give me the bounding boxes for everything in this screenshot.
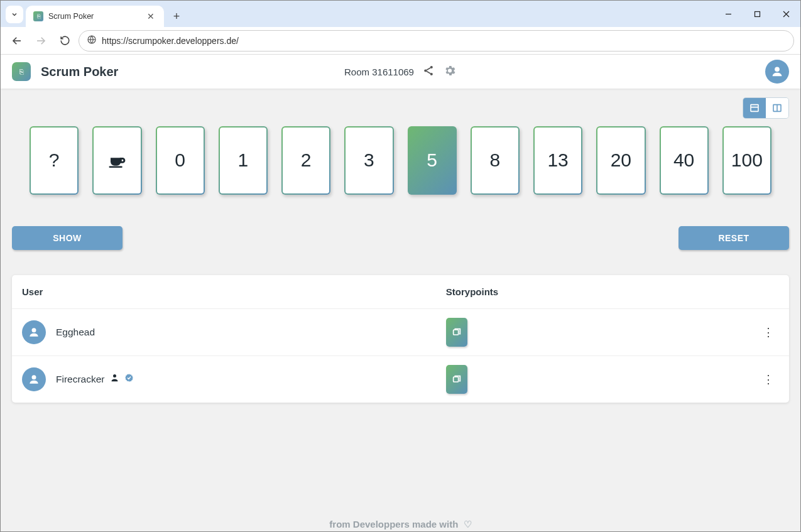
app-logo-icon[interactable]: ⎘ (12, 62, 31, 81)
view-toggle (743, 97, 789, 119)
favicon-icon: ⎘ (33, 11, 43, 21)
user-name: Firecracker (56, 373, 134, 385)
window-close-button[interactable] (771, 1, 800, 27)
reset-button[interactable]: RESET (678, 226, 789, 250)
show-button[interactable]: SHOW (12, 226, 123, 250)
window-maximize-button[interactable] (743, 1, 771, 27)
user-row: Firecracker⋮ (12, 356, 789, 403)
svg-point-19 (32, 328, 36, 332)
user-panel: User Storypoints Egghead⋮Firecracker⋮ (12, 275, 789, 403)
poker-card-0[interactable]: 0 (156, 126, 205, 195)
svg-rect-1 (755, 11, 760, 16)
poker-card-?[interactable]: ? (30, 126, 79, 195)
vote-card-back-icon (446, 318, 467, 347)
verified-icon (124, 373, 134, 385)
svg-point-13 (775, 67, 780, 72)
browser-toolbar: https://scrumpoker.developpers.de/ (1, 27, 800, 55)
url-text: https://scrumpoker.developpers.de/ (102, 36, 239, 46)
tab-title: Scrum Poker (48, 12, 94, 21)
row-menu-button[interactable]: ⋮ (758, 370, 779, 389)
view-split-button[interactable] (766, 98, 788, 118)
poker-card-coffee[interactable] (92, 126, 141, 195)
nav-back-button[interactable] (7, 31, 27, 51)
poker-card-13[interactable]: 13 (533, 126, 582, 195)
room-label: Room 31611069 (344, 67, 414, 77)
address-bar[interactable]: https://scrumpoker.developpers.de/ (79, 30, 794, 52)
poker-card-8[interactable]: 8 (471, 126, 520, 195)
svg-point-9 (425, 69, 427, 72)
user-avatar-button[interactable] (765, 60, 789, 84)
svg-point-8 (430, 66, 433, 68)
poker-card-20[interactable]: 20 (596, 126, 645, 195)
user-vote-cell (446, 365, 758, 394)
poker-card-5[interactable]: 5 (408, 126, 457, 195)
window-minimize-button[interactable] (714, 1, 743, 27)
site-info-icon[interactable] (87, 35, 97, 46)
col-user-header: User (22, 286, 446, 297)
user-name: Egghead (56, 327, 95, 338)
svg-point-22 (113, 374, 116, 377)
footer: from Developpers made with ♡ (12, 508, 789, 532)
svg-rect-20 (453, 330, 458, 335)
new-tab-button[interactable]: + (168, 8, 185, 25)
app-viewport: ⎘ Scrum Poker Room 31611069 ?01235813204… (1, 55, 800, 532)
svg-line-11 (427, 68, 430, 70)
room-info: Room 31611069 (344, 64, 457, 79)
app-title: Scrum Poker (41, 65, 118, 79)
close-tab-icon[interactable]: ✕ (145, 11, 156, 22)
settings-icon[interactable] (444, 64, 457, 79)
window-controls (714, 1, 800, 27)
tab-search-dropdown[interactable] (6, 6, 23, 23)
vote-card-back-icon (446, 365, 467, 394)
svg-line-12 (427, 72, 430, 73)
user-row: Egghead⋮ (12, 308, 789, 356)
nav-reload-button[interactable] (55, 31, 75, 51)
user-table-header: User Storypoints (12, 275, 789, 308)
nav-forward-button[interactable] (31, 31, 51, 51)
app-body: ?012358132040100 SHOW RESET User Storypo… (1, 89, 800, 532)
self-icon (110, 373, 119, 385)
svg-point-10 (430, 73, 433, 75)
app-header: ⎘ Scrum Poker Room 31611069 (1, 55, 800, 89)
svg-rect-14 (751, 105, 758, 112)
svg-rect-23 (453, 377, 458, 382)
heart-icon: ♡ (461, 519, 472, 529)
browser-tab[interactable]: ⎘ Scrum Poker ✕ (26, 6, 164, 27)
action-row: SHOW RESET (12, 226, 789, 250)
cards-row: ?012358132040100 (12, 126, 789, 195)
row-menu-button[interactable]: ⋮ (758, 323, 779, 342)
poker-card-1[interactable]: 1 (219, 126, 268, 195)
poker-card-3[interactable]: 3 (344, 126, 393, 195)
col-points-header: Storypoints (446, 286, 779, 297)
footer-text: from Developpers made with (329, 519, 458, 529)
user-avatar-icon (22, 367, 46, 391)
browser-tab-strip: ⎘ Scrum Poker ✕ + (1, 1, 800, 27)
svg-rect-18 (109, 166, 123, 168)
svg-point-21 (32, 375, 36, 379)
user-vote-cell (446, 318, 758, 347)
poker-card-100[interactable]: 100 (722, 126, 771, 195)
view-list-button[interactable] (743, 98, 766, 118)
share-icon[interactable] (423, 65, 435, 79)
user-avatar-icon (22, 320, 46, 344)
poker-card-2[interactable]: 2 (281, 126, 330, 195)
poker-card-40[interactable]: 40 (660, 126, 709, 195)
